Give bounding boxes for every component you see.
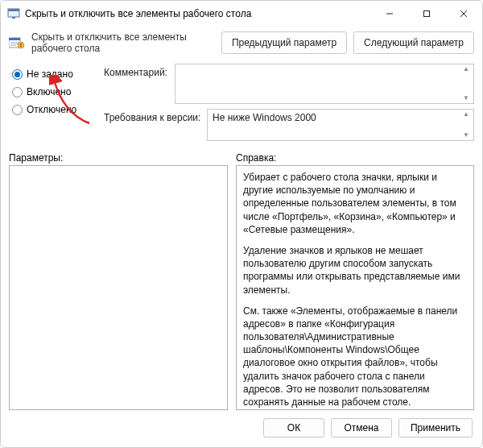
radio-group: Не задано Включено Отключено: [12, 64, 101, 146]
minimize-button[interactable]: [371, 1, 408, 27]
scroll-up-icon[interactable]: ▲: [460, 65, 472, 73]
radio-not-configured[interactable]: Не задано: [12, 68, 101, 80]
scroll-down-icon[interactable]: ▼: [460, 131, 472, 139]
svg-rect-10: [10, 44, 19, 44]
header-row: Скрыть и отключить все элементы рабочего…: [1, 27, 482, 60]
prev-setting-button[interactable]: Предыдущий параметр: [221, 31, 347, 54]
app-icon: [7, 7, 20, 20]
policy-icon: [9, 36, 25, 49]
scroll-up-icon[interactable]: ▲: [460, 110, 472, 118]
svg-rect-8: [9, 38, 20, 40]
help-paragraph: Убирает с рабочего стола значки, ярлыки …: [243, 171, 467, 236]
comment-label: Комментарий:: [104, 64, 170, 78]
scroll-arrows: ▲ ▼: [460, 64, 472, 103]
radio-label: Отключено: [27, 104, 76, 115]
help-pane: Убирает с рабочего стола значки, ярлыки …: [236, 165, 474, 410]
titlebar: Скрыть и отключить все элементы рабочего…: [1, 1, 482, 27]
scroll-arrows: ▲ ▼: [460, 110, 472, 140]
radio-enabled[interactable]: Включено: [12, 86, 101, 97]
requirements-box: Не ниже Windows 2000 ▲ ▼: [207, 109, 474, 141]
help-label: Справка:: [236, 152, 474, 164]
dialog-footer: ОК Отмена Применить: [1, 410, 482, 447]
split-panes: Убирает с рабочего стола значки, ярлыки …: [1, 165, 482, 410]
radio-dot-icon: [12, 69, 23, 80]
window-controls: [371, 1, 482, 27]
ok-button[interactable]: ОК: [263, 418, 324, 438]
help-paragraph: См. также «Элементы, отображаемые в пане…: [243, 305, 467, 409]
scroll-down-icon[interactable]: ▼: [460, 94, 472, 102]
svg-rect-11: [10, 45, 16, 46]
svg-rect-4: [424, 11, 430, 17]
help-paragraph: Удаление значков и ярлыков не мешает пол…: [243, 244, 467, 297]
svg-rect-2: [12, 17, 15, 19]
close-button[interactable]: [445, 1, 482, 27]
svg-rect-9: [10, 42, 19, 43]
params-label: Параметры:: [9, 152, 228, 164]
config-section: Не задано Включено Отключено Комментарий…: [1, 60, 482, 146]
params-pane: [9, 165, 228, 410]
radio-dot-icon: [12, 105, 23, 115]
svg-rect-13: [20, 44, 21, 45]
maximize-button[interactable]: [408, 1, 445, 27]
svg-rect-14: [20, 46, 21, 47]
window-title: Скрыть и отключить все элементы рабочего…: [25, 8, 371, 19]
requirements-label: Требования к версии:: [104, 109, 202, 123]
split-labels: Параметры: Справка:: [1, 146, 482, 165]
policy-title: Скрыть и отключить все элементы рабочего…: [31, 31, 215, 54]
radio-dot-icon: [12, 87, 23, 97]
apply-button[interactable]: Применить: [398, 418, 473, 438]
next-setting-button[interactable]: Следующий параметр: [353, 31, 474, 54]
radio-disabled[interactable]: Отключено: [12, 104, 101, 115]
radio-label: Включено: [27, 86, 71, 97]
fields-column: Комментарий: ▲ ▼ Требования к версии: Не…: [104, 64, 474, 146]
requirements-value: Не ниже Windows 2000: [213, 112, 316, 123]
radio-label: Не задано: [27, 68, 73, 80]
svg-rect-1: [8, 9, 19, 11]
comment-textarea[interactable]: ▲ ▼: [175, 64, 474, 104]
cancel-button[interactable]: Отмена: [331, 418, 392, 438]
